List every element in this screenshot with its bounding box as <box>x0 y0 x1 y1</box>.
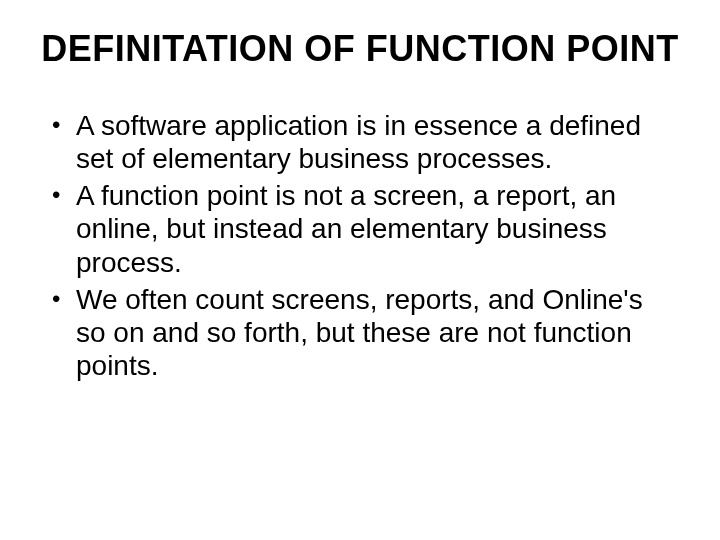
slide: DEFINITATION OF FUNCTION POINT A softwar… <box>0 0 720 540</box>
slide-title: DEFINITATION OF FUNCTION POINT <box>40 28 680 69</box>
list-item: A software application is in essence a d… <box>46 109 670 175</box>
list-item: We often count screens, reports, and Onl… <box>46 283 670 382</box>
bullet-list: A software application is in essence a d… <box>40 109 680 381</box>
list-item: A function point is not a screen, a repo… <box>46 179 670 278</box>
